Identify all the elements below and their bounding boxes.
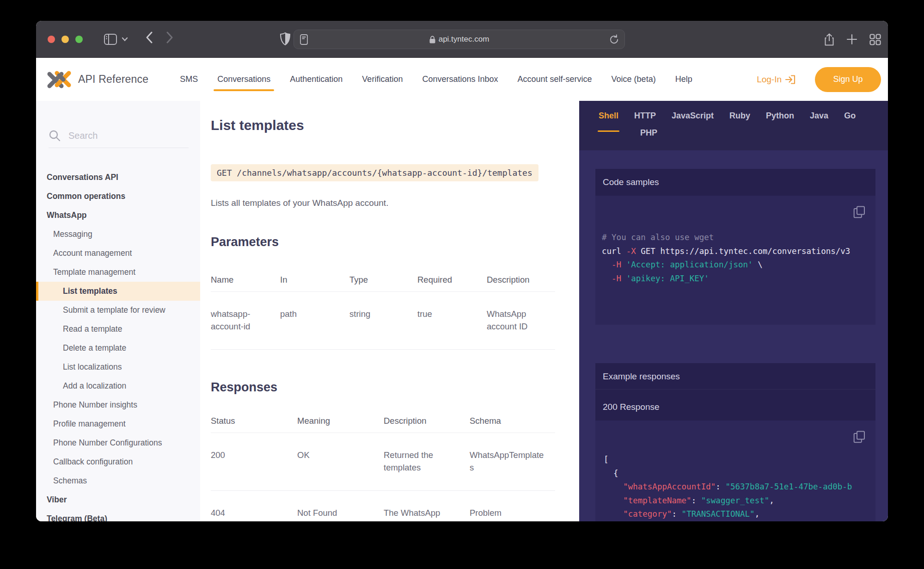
endpoint-description: Lists all templates of your WhatsApp acc…	[211, 197, 579, 209]
header-nav-help[interactable]: Help	[675, 58, 692, 101]
code-line: "templateName": "swagger_test",	[604, 494, 871, 508]
doc-content: List templates GET /channels/whatsapp/ac…	[200, 101, 579, 521]
column-header: Status	[211, 414, 297, 433]
param-cell: WhatsApp account ID	[487, 292, 555, 349]
meaning-link[interactable]: OK	[297, 433, 384, 490]
sidebar-nav-list: Conversations APICommon operationsWhatsA…	[36, 168, 200, 521]
column-header: Type	[349, 273, 417, 291]
param-cell: true	[417, 292, 487, 349]
sidebar-item-schemas[interactable]: Schemas	[36, 471, 200, 490]
tab-php[interactable]: PHP	[640, 128, 657, 144]
sidebar-item-add-a-localization[interactable]: Add a localization	[36, 377, 200, 396]
header-nav-voice-beta-[interactable]: Voice (beta)	[612, 58, 656, 101]
tab-overview-icon[interactable]	[869, 34, 881, 45]
header-nav-conversations[interactable]: Conversations	[217, 58, 270, 101]
tab-java[interactable]: Java	[810, 111, 828, 127]
param-cell: path	[280, 292, 349, 349]
zoom-window-button[interactable]	[75, 36, 83, 43]
search-icon	[49, 130, 61, 142]
header-nav-verification[interactable]: Verification	[362, 58, 403, 101]
signup-button[interactable]: Sign Up	[815, 67, 881, 92]
description-cell: The WhatsApp	[384, 491, 470, 521]
address-bar[interactable]: api.tyntec.com	[294, 30, 625, 49]
sidebar-item-submit-a-template-for-review[interactable]: Submit a template for review	[36, 301, 200, 320]
sidebar-item-callback-configuration[interactable]: Callback configuration	[36, 452, 200, 471]
login-link[interactable]: Log-In	[757, 74, 795, 85]
site-title: API Reference	[78, 73, 148, 86]
sidebar-item-list-templates[interactable]: List templates	[36, 282, 200, 301]
responses-header-row: StatusMeaningDescriptionSchema	[211, 414, 555, 433]
code-line: [	[604, 453, 871, 467]
sidebar-item-viber[interactable]: Viber	[36, 490, 200, 509]
header-nav-sms[interactable]: SMS	[180, 58, 198, 101]
table-row: 200OKReturned the templatesWhatsAppTempl…	[211, 433, 555, 491]
response-200-label: 200 Response	[603, 402, 868, 412]
minimize-window-button[interactable]	[61, 36, 69, 43]
sidebar-item-profile-management[interactable]: Profile management	[36, 414, 200, 433]
tab-javascript[interactable]: JavaScript	[672, 111, 714, 127]
column-header: Description	[487, 273, 555, 291]
chevron-down-icon[interactable]	[122, 35, 128, 43]
sidebar-item-messaging[interactable]: Messaging	[36, 225, 200, 244]
copy-code-icon[interactable]	[853, 206, 865, 220]
sidebar-item-whatsapp[interactable]: WhatsApp	[36, 206, 200, 225]
tab-shell[interactable]: Shell	[599, 111, 618, 127]
tab-python[interactable]: Python	[766, 111, 794, 127]
sidebar-item-account-management[interactable]: Account management	[36, 244, 200, 263]
login-arrow-icon	[785, 75, 795, 84]
example-responses-card: Example responses 200 Response [ { "what…	[595, 363, 875, 521]
back-button[interactable]	[146, 31, 153, 47]
page-title: List templates	[211, 118, 579, 133]
code-samples-card: Code samples # You can also use wgetcurl…	[595, 169, 875, 325]
tab-http[interactable]: HTTP	[634, 111, 656, 127]
tab-ruby[interactable]: Ruby	[729, 111, 750, 127]
reload-icon[interactable]	[609, 34, 619, 47]
url-text: api.tyntec.com	[439, 35, 490, 44]
sidebar-item-conversations-api[interactable]: Conversations API	[36, 168, 200, 187]
header-nav-authentication[interactable]: Authentication	[290, 58, 343, 101]
new-tab-icon[interactable]	[846, 34, 857, 45]
docs-sidebar: Conversations APICommon operationsWhatsA…	[36, 101, 200, 521]
sidebar-item-phone-number-configurations[interactable]: Phone Number Configurations	[36, 433, 200, 452]
endpoint-chip: GET /channels/whatsapp/accounts/{whatsap…	[211, 164, 538, 181]
site-logo[interactable]: API Reference	[47, 70, 148, 89]
column-header: Name	[211, 273, 280, 291]
schema-link[interactable]: WhatsAppTemplates	[470, 433, 555, 490]
meaning-link[interactable]: Not Found	[297, 491, 384, 521]
code-samples-header: Code samples	[595, 169, 875, 196]
tyntec-logo-icon	[47, 70, 72, 89]
code-line: "category": "TRANSACTIONAL",	[604, 507, 871, 521]
parameters-table: NameInTypeRequiredDescriptionwhatsapp-ac…	[211, 273, 555, 350]
sidebar-item-read-a-template[interactable]: Read a template	[36, 320, 200, 339]
lock-icon	[429, 36, 435, 43]
schema-link[interactable]: Problem	[470, 491, 555, 521]
code-line: "whatsAppAccountId": "5637b8a7-51e1-47be…	[604, 480, 871, 494]
sidebar-item-telegram-beta-[interactable]: Telegram (Beta)	[36, 509, 200, 521]
privacy-shield-icon[interactable]	[280, 32, 291, 48]
sidebar-item-phone-number-insights[interactable]: Phone Number insights	[36, 396, 200, 414]
code-line: # You can also use wget	[602, 231, 871, 245]
search-input[interactable]	[68, 130, 161, 141]
header-nav-conversations-inbox[interactable]: Conversations Inbox	[422, 58, 498, 101]
sidebar-item-delete-a-template[interactable]: Delete a template	[36, 339, 200, 358]
reader-mode-icon[interactable]	[300, 34, 308, 47]
sidebar-item-template-management[interactable]: Template management	[36, 263, 200, 282]
close-window-button[interactable]	[48, 36, 55, 43]
forward-button[interactable]	[166, 31, 173, 47]
param-cell: string	[349, 292, 417, 349]
code-line: "localizations": [	[604, 521, 871, 522]
sidebar-toggle-icon[interactable]	[104, 34, 117, 45]
sidebar-item-list-localizations[interactable]: List localizations	[36, 358, 200, 377]
column-header: Required	[417, 273, 487, 291]
code-line: {	[604, 467, 871, 481]
tab-go[interactable]: Go	[844, 111, 856, 127]
code-line: -H 'apikey: API_KEY'	[602, 272, 871, 286]
sidebar-item-common-operations[interactable]: Common operations	[36, 187, 200, 206]
param-cell: whatsapp-account-id	[211, 292, 280, 349]
search-box[interactable]	[49, 130, 189, 148]
parameters-heading: Parameters	[211, 235, 579, 249]
column-header: In	[280, 273, 349, 291]
header-nav-account-self-service[interactable]: Account self-service	[518, 58, 592, 101]
copy-response-icon[interactable]	[853, 431, 865, 445]
share-icon[interactable]	[824, 33, 834, 46]
